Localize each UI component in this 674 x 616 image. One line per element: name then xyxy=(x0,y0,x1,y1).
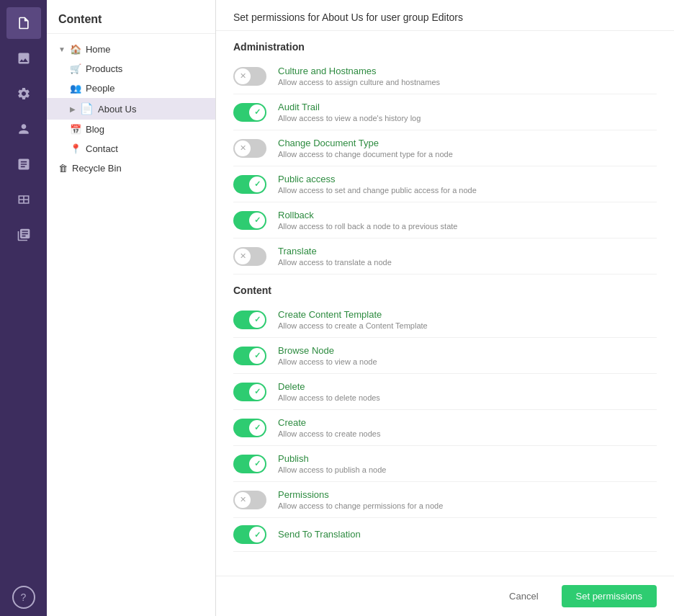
toggle-track-create-template[interactable]: ✓ xyxy=(233,311,266,329)
cart-icon: 🛒 xyxy=(70,63,81,74)
sidebar-icon-forms[interactable] xyxy=(6,148,41,180)
section-title-content: Content xyxy=(233,274,657,302)
icon-sidebar: ? xyxy=(0,0,47,616)
home-icon: 🏠 xyxy=(70,44,81,55)
permission-info-create: Create Allow access to create nodes xyxy=(278,417,657,438)
tree-sidebar-header: Content xyxy=(47,0,215,34)
check-icon-send-translation: ✓ xyxy=(254,530,261,540)
permission-name-permissions: Permissions xyxy=(278,489,657,500)
permission-desc-audit: Allow access to view a node's history lo… xyxy=(278,114,657,122)
toggle-track-audit[interactable]: ✓ xyxy=(233,103,266,122)
toggle-track-translate[interactable]: ✕ xyxy=(233,247,266,266)
permission-info-publish: Publish Allow access to publish a node xyxy=(278,453,657,474)
permission-desc-rollback: Allow access to roll back a node to a pr… xyxy=(278,222,657,231)
toggle-doctype[interactable]: ✕ xyxy=(233,139,266,158)
toggle-thumb-culture: ✕ xyxy=(235,68,251,84)
toggle-browse[interactable]: ✓ xyxy=(233,347,266,365)
permission-desc-browse: Allow access to view a node xyxy=(278,357,657,366)
toggle-track-culture[interactable]: ✕ xyxy=(233,67,266,86)
toggle-track-doctype[interactable]: ✕ xyxy=(233,139,266,158)
sidebar-icon-media[interactable] xyxy=(6,43,41,74)
toggle-track-send-translation[interactable]: ✓ xyxy=(233,525,266,544)
check-icon-publish: ✓ xyxy=(254,459,261,468)
toggle-track-browse[interactable]: ✓ xyxy=(233,347,266,365)
toggle-track-delete[interactable]: ✓ xyxy=(233,383,266,401)
tree-item-home[interactable]: ▼ 🏠 Home xyxy=(47,40,215,59)
permission-row-translate: ✕ Translate Allow access to translate a … xyxy=(233,238,657,274)
toggle-thumb-create: ✓ xyxy=(249,420,265,436)
toggle-thumb-public: ✓ xyxy=(249,177,265,192)
sidebar-icon-grid[interactable] xyxy=(6,184,41,215)
permission-info-browse: Browse Node Allow access to view a node xyxy=(278,345,657,366)
permission-row-audit: ✓ Audit Trail Allow access to view a nod… xyxy=(233,94,657,130)
permission-row-permissions: ✕ Permissions Allow access to change per… xyxy=(233,482,657,518)
toggle-send-translation[interactable]: ✓ xyxy=(233,525,266,544)
toggle-track-publish[interactable]: ✓ xyxy=(233,455,266,473)
people-icon: 👥 xyxy=(70,83,81,94)
tree-item-products[interactable]: 🛒 Products xyxy=(47,59,215,79)
cancel-button[interactable]: Cancel xyxy=(495,585,552,607)
check-icon-create: ✓ xyxy=(254,423,261,432)
tree-expand-home[interactable]: ▼ xyxy=(58,45,66,53)
toggle-create-template[interactable]: ✓ xyxy=(233,311,266,329)
permission-row-public: ✓ Public access Allow access to set and … xyxy=(233,166,657,202)
toggle-rollback[interactable]: ✓ xyxy=(233,211,266,230)
tree-item-about-us[interactable]: ▶ 📄 About Us xyxy=(47,98,215,120)
permissions-header-title: Set permissions for About Us for user gr… xyxy=(233,12,657,23)
toggle-culture[interactable]: ✕ xyxy=(233,67,266,86)
sidebar-icon-settings[interactable] xyxy=(6,78,41,110)
toggle-thumb-doctype: ✕ xyxy=(235,140,251,156)
permission-row-rollback: ✓ Rollback Allow access to roll back a n… xyxy=(233,202,657,238)
tree-item-recycle[interactable]: 🗑 Recycle Bin xyxy=(47,159,215,178)
permission-info-permissions: Permissions Allow access to change permi… xyxy=(278,489,657,510)
sidebar-icon-help[interactable]: ? xyxy=(12,586,35,609)
toggle-thumb-rollback: ✓ xyxy=(249,213,265,228)
toggle-thumb-delete: ✓ xyxy=(249,384,265,400)
permissions-body[interactable]: Administration ✕ Culture and Hostnames A… xyxy=(216,31,674,576)
toggle-public[interactable]: ✓ xyxy=(233,175,266,194)
toggle-publish[interactable]: ✓ xyxy=(233,455,266,473)
toggle-track-rollback[interactable]: ✓ xyxy=(233,211,266,230)
permission-desc-create: Allow access to create nodes xyxy=(278,429,657,438)
permission-name-doctype: Change Document Type xyxy=(278,138,657,148)
permission-info-send-translation: Send To Translation xyxy=(278,529,657,541)
permission-desc-doctype: Allow access to change document type for… xyxy=(278,150,657,159)
toggle-track-permissions[interactable]: ✕ xyxy=(233,491,266,509)
toggle-track-public[interactable]: ✓ xyxy=(233,175,266,194)
permissions-footer: Cancel Set permissions xyxy=(216,576,674,616)
tree-item-label-home: Home xyxy=(86,44,111,55)
toggle-delete[interactable]: ✓ xyxy=(233,383,266,401)
toggle-thumb-permissions: ✕ xyxy=(235,492,251,508)
section-title-administration: Administration xyxy=(233,31,657,58)
sidebar-icon-library[interactable] xyxy=(6,219,41,251)
tree-item-label-blog: Blog xyxy=(86,124,104,135)
tree-item-people[interactable]: 👥 People xyxy=(47,79,215,98)
permission-row-delete: ✓ Delete Allow access to delete nodes xyxy=(233,374,657,410)
permission-info-doctype: Change Document Type Allow access to cha… xyxy=(278,138,657,159)
permissions-header: Set permissions for About Us for user gr… xyxy=(216,0,674,31)
toggle-translate[interactable]: ✕ xyxy=(233,247,266,266)
toggle-create[interactable]: ✓ xyxy=(233,419,266,437)
set-permissions-button[interactable]: Set permissions xyxy=(562,585,657,607)
permission-desc-culture: Allow access to assign culture and hostn… xyxy=(278,78,657,86)
tree-item-label-about-us: About Us xyxy=(98,104,136,115)
tree-item-blog[interactable]: 📅 Blog xyxy=(47,120,215,139)
check-icon-public: ✓ xyxy=(254,179,261,189)
tree-expand-about[interactable]: ▶ xyxy=(70,105,76,113)
toggle-audit[interactable]: ✓ xyxy=(233,103,266,122)
tree-sidebar: Content ▼ 🏠 Home 🛒 Products 👥 People ▶ 📄… xyxy=(47,0,216,616)
sidebar-icon-users[interactable] xyxy=(6,113,41,145)
permission-row-publish: ✓ Publish Allow access to publish a node xyxy=(233,446,657,482)
permission-info-delete: Delete Allow access to delete nodes xyxy=(278,381,657,402)
permission-name-audit: Audit Trail xyxy=(278,102,657,112)
permission-name-translate: Translate xyxy=(278,246,657,256)
permission-row-create: ✓ Create Allow access to create nodes xyxy=(233,410,657,446)
tree-item-label-contact: Contact xyxy=(86,143,118,154)
toggle-permissions[interactable]: ✕ xyxy=(233,491,266,509)
sidebar-icon-content[interactable] xyxy=(6,7,41,39)
toggle-track-create[interactable]: ✓ xyxy=(233,419,266,437)
permission-desc-create-template: Allow access to create a Content Templat… xyxy=(278,321,657,330)
permission-desc-delete: Allow access to delete nodes xyxy=(278,393,657,402)
tree-item-contact[interactable]: 📍 Contact xyxy=(47,139,215,159)
permission-row-culture: ✕ Culture and Hostnames Allow access to … xyxy=(233,58,657,94)
